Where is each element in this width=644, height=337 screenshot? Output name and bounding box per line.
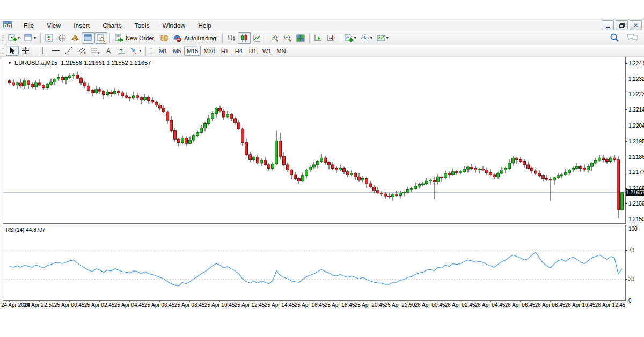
restore-icon	[619, 24, 624, 28]
close-button[interactable]: ✕	[630, 20, 642, 30]
price-axis-label: 1.21775	[628, 170, 644, 175]
zoom-in-icon	[270, 34, 279, 42]
toolbar-grip[interactable]	[2, 34, 4, 42]
timeframe-w1[interactable]: W1	[260, 46, 274, 56]
time-axis-label: 25 Apr 00:45	[54, 302, 85, 308]
timeframe-m5[interactable]: M5	[170, 46, 184, 56]
arrows-tool-button[interactable]: ▾	[128, 46, 143, 56]
time-axis-label: 25 Apr 20:45	[355, 302, 385, 308]
timeframe-m15[interactable]: M15	[184, 46, 201, 56]
metatrader-window: FileViewInsertChartsToolsWindowHelp ✕ ▾ …	[0, 0, 644, 337]
timeframe-h4[interactable]: H4	[232, 46, 246, 56]
fibonacci-tool-button[interactable]: F	[89, 46, 102, 56]
price-chart-panel[interactable]: ▼EURUSD.a,M15 1.21556 1.21661 1.21552 1.…	[3, 57, 626, 224]
timeframe-h1[interactable]: H1	[218, 46, 232, 56]
time-axis-tick	[310, 300, 310, 302]
trendline-tool-button[interactable]	[62, 46, 75, 56]
timeframe-m30[interactable]: M30	[201, 46, 217, 56]
time-axis-tick	[280, 300, 280, 302]
equidistant-channel-tool-button[interactable]: E	[75, 46, 89, 56]
autotrading-button[interactable]: AutoTrading	[171, 32, 220, 44]
templates-button[interactable]: ▾	[375, 32, 391, 44]
data-window-button[interactable]	[56, 32, 69, 44]
time-axis-label: 26 Apr 04:45	[475, 302, 506, 308]
rsi-chart[interactable]	[3, 225, 625, 300]
time-axis-tick	[9, 300, 10, 302]
time-axis-label: 25 Apr 10:45	[204, 302, 235, 308]
menu-tools[interactable]: Tools	[128, 21, 156, 31]
new-chart-button[interactable]: ▾	[6, 32, 22, 44]
rsi-indicator-panel[interactable]: RSI(14) 44.8707	[3, 225, 626, 301]
time-axis-tick	[370, 300, 370, 302]
arrows-icon	[130, 47, 138, 55]
candlestick-chart[interactable]	[3, 57, 625, 223]
navigator-button[interactable]	[69, 32, 82, 44]
vertical-line-icon	[39, 47, 47, 55]
chat-button[interactable]	[627, 33, 639, 45]
periods-button[interactable]: ▾	[358, 32, 375, 44]
vertical-line-tool-button[interactable]	[36, 46, 49, 56]
menu-window[interactable]: Window	[156, 21, 192, 31]
minimize-button[interactable]	[602, 20, 614, 30]
timeframe-mn[interactable]: MN	[274, 46, 288, 56]
time-axis-tick	[490, 300, 491, 302]
restore-button[interactable]	[616, 20, 628, 30]
chevron-down-icon: ▾	[354, 36, 356, 40]
search-icon	[610, 33, 619, 42]
zoom-in-button[interactable]	[268, 32, 281, 44]
toolbar-grip[interactable]	[150, 47, 152, 55]
auto-scroll-button[interactable]	[312, 32, 325, 44]
crosshair-tool-button[interactable]	[19, 46, 32, 56]
cursor-tool-button[interactable]	[6, 46, 19, 56]
menu-charts[interactable]: Charts	[96, 21, 128, 31]
time-axis-label: 26 Apr 12:45	[595, 302, 626, 308]
profiles-button[interactable]: ▾	[22, 32, 38, 44]
horizontal-line-tool-button[interactable]	[49, 46, 62, 56]
line-chart-button[interactable]	[251, 32, 264, 44]
price-axis-label: 1.22410	[628, 61, 644, 67]
strategy-tester-button[interactable]	[94, 32, 107, 44]
chart-shift-button[interactable]	[325, 32, 338, 44]
time-axis-tick	[430, 300, 430, 302]
time-axis-tick	[219, 300, 220, 302]
time-axis-label: 25 Apr 02:45	[84, 302, 115, 308]
bar-chart-button[interactable]	[225, 32, 238, 44]
time-axis-tick	[69, 300, 70, 302]
svg-text:A: A	[106, 47, 111, 55]
horizontal-line-icon	[52, 47, 60, 55]
zoom-out-button[interactable]	[281, 32, 294, 44]
price-axis-label: 1.21590	[628, 201, 644, 207]
time-axis-tick	[189, 300, 190, 302]
toolbar-grip[interactable]	[2, 47, 4, 55]
text-tool-button[interactable]: A	[102, 46, 115, 56]
time-axis-label: 25 Apr 08:45	[174, 302, 205, 308]
market-watch-button[interactable]	[43, 32, 56, 44]
new-order-button[interactable]: New Order	[112, 32, 158, 44]
price-axis-label: 1.22230	[628, 92, 644, 97]
text-label-tool-button[interactable]: T	[115, 46, 128, 56]
text-icon: A	[105, 47, 112, 55]
tile-windows-button[interactable]	[294, 32, 307, 44]
indicators-button[interactable]: ▾	[342, 32, 358, 44]
menu-help[interactable]: Help	[192, 21, 218, 31]
time-axis-label: 26 Apr 08:45	[535, 302, 566, 308]
auto-scroll-icon	[314, 34, 323, 42]
terminal-button[interactable]	[82, 32, 94, 44]
chart-dropdown-icon[interactable]: ▼	[8, 61, 12, 65]
chart-ohlc: 1.21556 1.21661 1.21552 1.21657	[61, 60, 151, 66]
price-axis-label: 1.21500	[628, 217, 644, 222]
candlestick-chart-icon	[240, 34, 248, 42]
menu-file[interactable]: File	[17, 21, 40, 31]
search-button[interactable]	[610, 33, 619, 45]
time-axis-label: 25 Apr 16:45	[295, 302, 325, 308]
terminal-icon	[84, 34, 92, 42]
menu-insert[interactable]: Insert	[67, 21, 96, 31]
menu-view[interactable]: View	[40, 21, 67, 31]
metaeditor-button[interactable]	[158, 32, 171, 44]
candlestick-chart-button[interactable]	[238, 32, 251, 44]
price-axis-label: 1.22045	[628, 123, 644, 129]
timeframe-d1[interactable]: D1	[246, 46, 260, 56]
rsi-axis-label: 0	[628, 298, 632, 304]
timeframe-m1[interactable]: M1	[156, 46, 170, 56]
time-axis-label: 25 Apr 14:45	[265, 302, 295, 308]
